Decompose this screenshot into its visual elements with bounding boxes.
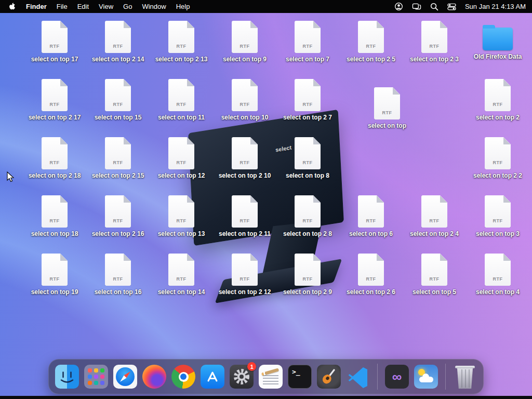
dock-launchpad[interactable] — [84, 365, 108, 389]
desktop-file-select-on-top-2-14[interactable]: RTFselect on top 2 14 — [87, 21, 149, 63]
menu-app-name[interactable]: Finder — [26, 3, 47, 10]
dock-safari[interactable] — [113, 365, 137, 389]
menu-edit[interactable]: Edit — [77, 3, 89, 10]
desktop-file-select-on-top-3[interactable]: RTFselect on top 3 — [467, 195, 528, 237]
desktop-file-select-on-top-11[interactable]: RTFselect on top 11 — [151, 79, 212, 121]
icon-label: select on top 2 10 — [219, 172, 271, 179]
desktop-file-select-on-top-2[interactable]: RTFselect on top 2 — [467, 79, 528, 121]
file-type-label: RTF — [374, 110, 400, 115]
desktop-file-select-on-top-7[interactable]: RTFselect on top 7 — [277, 21, 338, 63]
desktop-file-select-on-top-2-7[interactable]: RTFselect on top 2 7 — [277, 79, 338, 121]
desktop-file-select-on-top-2-10[interactable]: RTFselect on top 2 10 — [214, 137, 275, 179]
control-center-icon[interactable] — [447, 3, 456, 11]
desktop-file-select-on-top-9[interactable]: RTFselect on top 9 — [214, 21, 275, 63]
file-type-label: RTF — [485, 218, 511, 223]
icon-label: select on top 3 — [476, 230, 520, 237]
icon-label: select on top 13 — [158, 230, 205, 237]
desktop-file-select-on-top-12[interactable]: RTFselect on top 12 — [151, 137, 212, 179]
dock-vscode[interactable] — [346, 365, 370, 389]
desktop-file-select-on-top-2-2[interactable]: RTFselect on top 2 2 — [467, 137, 528, 179]
user-account-icon[interactable] — [394, 2, 403, 11]
icon-label: select on top 2 14 — [92, 56, 144, 63]
chrome-icon — [171, 365, 195, 389]
weather-icon — [414, 365, 438, 389]
desktop-file-select-on-top-2-5[interactable]: RTFselect on top 2 5 — [340, 21, 402, 63]
desktop-file-select-on-top-8[interactable]: RTFselect on top 8 — [277, 137, 338, 179]
desktop-file-select-on-top-19[interactable]: RTFselect on top 19 — [24, 254, 85, 296]
desktop-file-select-on-top-6[interactable]: RTFselect on top 6 — [340, 195, 402, 237]
visual-studio-icon: ∞ — [385, 365, 409, 389]
menubar-clock[interactable]: Sun Jan 21 4:13 AM — [465, 3, 526, 10]
dock-finder[interactable] — [55, 365, 79, 389]
menu-file[interactable]: File — [57, 3, 68, 10]
icon-label: select on top 2 2 — [473, 172, 522, 179]
launchpad-icon — [84, 365, 108, 389]
desktop-file-select-on-top-4[interactable]: RTFselect on top 4 — [467, 254, 528, 296]
menu-help[interactable]: Help — [176, 3, 190, 10]
file-type-label: RTF — [168, 102, 194, 107]
desktop-file-select-on-top-2-6[interactable]: RTFselect on top 2 6 — [340, 254, 402, 296]
dock-trash[interactable] — [453, 365, 477, 389]
menu-items: FileEditViewGoWindowHelp — [57, 3, 190, 10]
desktop-file-select-on-top-2-11[interactable]: RTFselect on top 2 11 — [214, 195, 275, 237]
dock-items: 1>_∞ — [55, 364, 477, 390]
rtf-file-icon: RTF — [42, 137, 68, 169]
rtf-file-icon: RTF — [295, 21, 321, 53]
desktop-stacks-icon[interactable] — [412, 2, 421, 11]
dock-appstore[interactable] — [201, 365, 224, 389]
dock-visualstudio[interactable]: ∞ — [385, 365, 409, 389]
rtf-file-icon: RTF — [232, 21, 258, 53]
desktop-file-select-on-top-2-16[interactable]: RTFselect on top 2 16 — [87, 195, 149, 237]
file-type-label: RTF — [421, 218, 447, 223]
desktop-file-select-on-top-18[interactable]: RTFselect on top 18 — [24, 195, 85, 237]
menu-view[interactable]: View — [99, 3, 113, 10]
dock-garageband[interactable] — [317, 365, 341, 389]
desktop-file-select-on-top-2-17[interactable]: RTFselect on top 2 17 — [24, 79, 85, 121]
desktop-file-select-on-top-2-15[interactable]: RTFselect on top 2 15 — [87, 137, 149, 179]
desktop-file-select-on-top-16[interactable]: RTFselect on top 16 — [87, 254, 149, 296]
finder-icon — [55, 365, 79, 389]
desktop-file-select-on-top-10[interactable]: RTFselect on top 10 — [214, 79, 275, 121]
desktop-file-select-on-top-2-9[interactable]: RTFselect on top 2 9 — [277, 254, 338, 296]
file-type-label: RTF — [295, 44, 321, 49]
desktop-file-select-on-top-2-8[interactable]: RTFselect on top 2 8 — [277, 195, 338, 237]
desktop-file-select-on-top-13[interactable]: RTFselect on top 13 — [151, 195, 212, 237]
icon-label: select on top 2 16 — [92, 230, 144, 237]
desktop-folder-old-firefox-data[interactable]: Old Firefox Data — [467, 21, 528, 60]
icon-label: select on top 2 3 — [410, 56, 459, 63]
dock-firefox[interactable] — [142, 365, 166, 389]
search-icon[interactable] — [430, 3, 438, 11]
desktop-file-select-on-top-2-3[interactable]: RTFselect on top 2 3 — [404, 21, 465, 63]
desktop-file-select-on-top-5[interactable]: RTFselect on top 5 — [404, 254, 465, 296]
notification-badge: 1 — [247, 362, 256, 371]
rtf-file-icon: RTF — [168, 254, 194, 286]
apple-menu-icon[interactable] — [8, 2, 16, 11]
dock-textedit[interactable] — [259, 365, 283, 389]
file-type-label: RTF — [358, 276, 384, 282]
dock-weather[interactable] — [414, 365, 438, 389]
desktop-file-select-on-top-17[interactable]: RTFselect on top 17 — [24, 21, 85, 63]
rtf-file-icon: RTF — [374, 87, 400, 119]
icon-label: select on top 2 18 — [29, 172, 81, 179]
desktop-file-select-on-top[interactable]: RTFselect on top — [356, 87, 418, 129]
icon-label: select on top 2 6 — [347, 288, 395, 296]
dock-chrome[interactable] — [171, 365, 195, 389]
dock-terminal[interactable]: >_ — [288, 365, 312, 389]
file-type-label: RTF — [295, 160, 321, 165]
vscode-icon — [346, 365, 370, 389]
icon-label: select on top 19 — [31, 288, 78, 296]
desktop-file-select-on-top-15[interactable]: RTFselect on top 15 — [87, 79, 149, 121]
desktop-file-select-on-top-2-13[interactable]: RTFselect on top 2 13 — [151, 21, 212, 63]
screen-bottom-bezel — [0, 396, 532, 399]
menu-go[interactable]: Go — [123, 3, 132, 10]
desktop-file-select-on-top-2-4[interactable]: RTFselect on top 2 4 — [404, 195, 465, 237]
rtf-file-icon: RTF — [485, 79, 511, 111]
app-store-icon — [201, 365, 224, 389]
menu-window[interactable]: Window — [142, 3, 166, 10]
desktop-file-select-on-top-2-12[interactable]: RTFselect on top 2 12 — [214, 254, 275, 296]
desktop-file-select-on-top-14[interactable]: RTFselect on top 14 — [151, 254, 212, 296]
file-type-label: RTF — [42, 44, 68, 49]
desktop-file-select-on-top-2-18[interactable]: RTFselect on top 2 18 — [24, 137, 85, 179]
rtf-file-icon: RTF — [295, 254, 321, 286]
dock-settings[interactable]: 1 — [230, 365, 254, 389]
